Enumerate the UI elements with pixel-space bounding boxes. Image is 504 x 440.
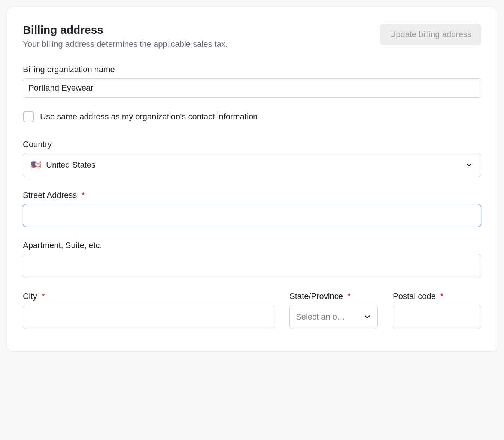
postal-label-text: Postal code bbox=[393, 291, 436, 301]
state-label-text: State/Province bbox=[289, 291, 343, 301]
city-label-text: City bbox=[23, 291, 37, 301]
chevron-down-icon bbox=[465, 161, 473, 169]
apt-label: Apartment, Suite, etc. bbox=[23, 241, 481, 250]
required-asterisk: * bbox=[81, 190, 85, 200]
country-field: Country 🇺🇸 United States bbox=[23, 140, 481, 177]
state-select[interactable]: Select an o… bbox=[289, 305, 378, 329]
street-label-text: Street Address bbox=[23, 190, 77, 200]
street-field: Street Address * bbox=[23, 190, 481, 227]
org-name-field: Billing organization name bbox=[23, 65, 481, 98]
postal-input[interactable] bbox=[393, 305, 481, 329]
city-state-postal-row: City * State/Province * Select an o… Pos… bbox=[23, 291, 481, 329]
billing-address-card: Billing address Your billing address det… bbox=[7, 7, 497, 352]
street-label: Street Address * bbox=[23, 190, 481, 200]
same-address-label: Use same address as my organization's co… bbox=[40, 112, 258, 122]
country-select[interactable]: 🇺🇸 United States bbox=[23, 153, 481, 177]
flag-icon: 🇺🇸 bbox=[31, 161, 41, 169]
postal-label: Postal code * bbox=[393, 291, 481, 301]
chevron-down-icon bbox=[363, 313, 371, 321]
card-header: Billing address Your billing address det… bbox=[23, 24, 481, 49]
header-text: Billing address Your billing address det… bbox=[23, 24, 228, 49]
org-name-input[interactable] bbox=[23, 78, 481, 98]
org-name-label: Billing organization name bbox=[23, 65, 481, 74]
city-label: City * bbox=[23, 291, 274, 301]
city-input[interactable] bbox=[23, 305, 274, 329]
card-title: Billing address bbox=[23, 24, 228, 36]
country-value-text: United States bbox=[46, 160, 95, 170]
required-asterisk: * bbox=[42, 291, 45, 301]
city-field: City * bbox=[23, 291, 274, 329]
street-input[interactable] bbox=[23, 204, 481, 227]
country-select-value: 🇺🇸 United States bbox=[31, 160, 95, 170]
postal-field: Postal code * bbox=[393, 291, 481, 329]
country-label: Country bbox=[23, 140, 481, 149]
apt-input[interactable] bbox=[23, 254, 481, 278]
same-address-row: Use same address as my organization's co… bbox=[23, 111, 481, 122]
apt-field: Apartment, Suite, etc. bbox=[23, 241, 481, 278]
state-placeholder: Select an o… bbox=[296, 312, 345, 322]
state-field: State/Province * Select an o… bbox=[289, 291, 378, 329]
required-asterisk: * bbox=[440, 291, 444, 301]
card-subtitle: Your billing address determines the appl… bbox=[23, 39, 228, 49]
state-label: State/Province * bbox=[289, 291, 378, 301]
required-asterisk: * bbox=[347, 291, 351, 301]
update-billing-address-button[interactable]: Update billing address bbox=[380, 24, 481, 45]
same-address-checkbox[interactable] bbox=[23, 111, 34, 122]
